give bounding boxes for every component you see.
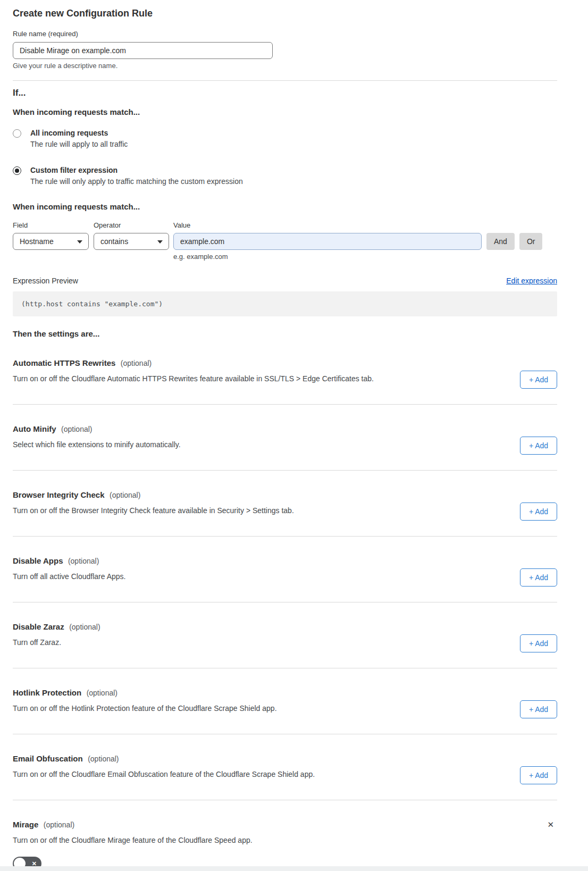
rule-name-label: Rule name (required) [13,30,557,38]
setting-title: Disable Zaraz [13,622,64,631]
footer-strip [0,866,588,871]
setting-title: Browser Integrity Check [13,490,105,499]
setting-section-disable-zaraz: Disable Zaraz (optional) Turn off Zaraz.… [13,602,557,668]
radio-option-custom-filter-expression[interactable]: Custom filter expression The rule will o… [13,166,557,186]
expression-preview-label: Expression Preview [13,277,78,286]
setting-description: Turn on or off the Cloudflare Email Obfu… [13,770,470,779]
or-button[interactable]: Or [519,233,543,250]
field-select[interactable]: Hostname [13,233,89,250]
radio-button-selected[interactable] [13,166,21,175]
setting-title: Disable Apps [13,556,63,565]
radio-option-all-incoming-requests[interactable]: All incoming requests The rule will appl… [13,129,557,149]
if-heading: If... [13,87,557,99]
setting-title: Hotlink Protection [13,688,81,697]
setting-optional-label: (optional) [68,557,99,565]
setting-section-hotlink-protection: Hotlink Protection (optional) Turn on or… [13,668,557,734]
value-hint: e.g. example.com [173,253,557,261]
add-button[interactable]: + Add [520,371,557,389]
setting-optional-label: (optional) [121,359,152,367]
rule-name-input[interactable] [13,42,273,59]
setting-description: Select which file extensions to minify a… [13,440,470,449]
setting-optional-label: (optional) [88,755,119,763]
setting-optional-label: (optional) [44,820,74,829]
setting-optional-label: (optional) [110,491,140,499]
setting-description: Turn off all active Cloudflare Apps. [13,572,470,581]
setting-section-auto-minify: Auto Minify (optional) Select which file… [13,405,557,471]
radio-button-unselected[interactable] [13,129,21,138]
operator-select-value: contains [100,237,128,246]
create-configuration-rule-page: Create new Configuration Rule Rule name … [0,0,588,871]
field-select-value: Hostname [20,237,54,246]
chevron-down-icon [77,240,82,244]
add-button[interactable]: + Add [520,766,557,784]
rule-name-helper: Give your rule a descriptive name. [13,62,557,70]
operator-select[interactable]: contains [94,233,169,250]
add-button[interactable]: + Add [520,700,557,718]
setting-section-automatic-https-rewrites: Automatic HTTPS Rewrites (optional) Turn… [13,339,557,405]
chevron-down-icon [157,240,163,244]
setting-description: Turn on or off the Cloudflare Mirage fea… [13,836,470,845]
radio-description: The rule will apply to all traffic [30,140,128,149]
setting-optional-label: (optional) [69,623,100,631]
value-column-label: Value [173,221,482,229]
setting-section-email-obfuscation: Email Obfuscation (optional) Turn on or … [13,734,557,800]
setting-title: Mirage [13,820,38,829]
add-button[interactable]: + Add [520,568,557,587]
setting-section-browser-integrity-check: Browser Integrity Check (optional) Turn … [13,471,557,537]
page-title: Create new Configuration Rule [13,7,557,19]
setting-section-mirage: Mirage (optional) ✕ Turn on or off the C… [13,800,557,870]
setting-section-disable-apps: Disable Apps (optional) Turn off all act… [13,537,557,602]
setting-description: Turn on or off the Browser Integrity Che… [13,506,470,515]
operator-column-label: Operator [94,221,169,229]
setting-optional-label: (optional) [87,689,117,697]
add-button[interactable]: + Add [520,502,557,521]
setting-description: Turn off Zaraz. [13,638,470,647]
when-requests-match-heading: When incoming requests match... [13,107,557,117]
radio-label: Custom filter expression [30,166,243,175]
then-settings-heading: Then the settings are... [13,329,557,339]
radio-description: The rule will only apply to traffic matc… [30,177,243,186]
divider [13,80,557,81]
add-button[interactable]: + Add [520,437,557,455]
radio-label: All incoming requests [30,129,128,138]
setting-description: Turn on or off the Hotlink Protection fe… [13,704,470,713]
setting-title: Auto Minify [13,424,56,433]
setting-title: Email Obfuscation [13,754,83,763]
value-input[interactable] [173,233,482,250]
setting-description: Turn on or off the Cloudflare Automatic … [13,374,470,383]
close-icon[interactable]: ✕ [547,820,554,828]
expression-preview-code: (http.host contains "example.com") [13,291,557,316]
and-button[interactable]: And [486,233,515,250]
add-button[interactable]: + Add [520,634,557,652]
setting-title: Automatic HTTPS Rewrites [13,358,115,367]
toggle-off-icon: ✕ [32,861,37,867]
setting-optional-label: (optional) [61,425,92,433]
edit-expression-link[interactable]: Edit expression [506,277,557,286]
expression-builder-heading: When incoming requests match... [13,202,557,212]
field-column-label: Field [13,221,89,229]
